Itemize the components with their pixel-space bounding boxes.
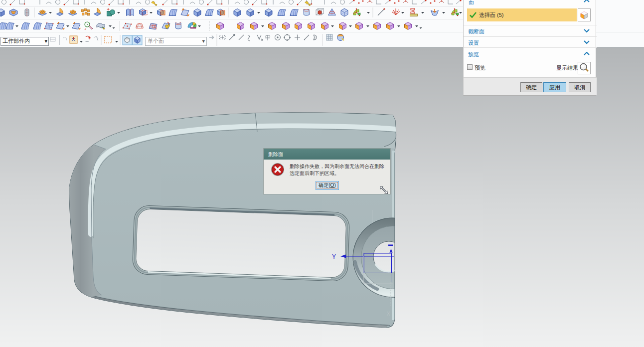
svg-text:X: X xyxy=(387,311,390,317)
svg-text:Y: Y xyxy=(332,253,336,260)
